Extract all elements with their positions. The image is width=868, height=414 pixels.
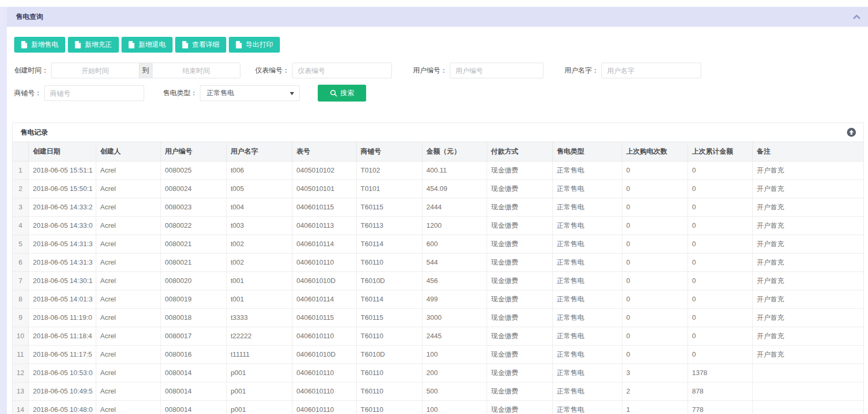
row-index: 5	[13, 235, 28, 253]
table-cell: 0080017	[160, 327, 226, 345]
table-cell: Acrel	[96, 235, 160, 253]
table-cell: 456	[422, 271, 487, 290]
end-time-input[interactable]	[152, 63, 240, 78]
table-cell: 0	[622, 290, 688, 308]
table-cell: t002	[226, 235, 292, 253]
add-correction-button[interactable]: 新增充正	[68, 37, 119, 53]
table-cell: 0406010110	[292, 382, 356, 400]
table-row[interactable]: 22018-06-05 15:50:1Acrel0080024t00504050…	[13, 179, 863, 198]
row-index: 12	[13, 363, 28, 382]
table-cell: 正常售电	[552, 235, 622, 253]
file-icon	[21, 41, 27, 48]
file-icon	[236, 41, 242, 48]
table-row[interactable]: 72018-06-05 14:30:1Acrel0080020t00104060…	[13, 271, 863, 290]
table-cell: 0080014	[160, 382, 226, 400]
table-cell: 1378	[688, 363, 752, 382]
table-cell: T60115	[356, 198, 422, 216]
table-cell: t002	[226, 253, 292, 271]
table-cell: 开户首充	[752, 327, 863, 345]
table-row[interactable]: 62018-06-05 14:31:3Acrel0080021t00204060…	[13, 253, 863, 271]
table-cell: 0080014	[160, 400, 226, 414]
table-row[interactable]: 12018-06-05 15:51:1Acrel0080025t00604050…	[13, 161, 863, 179]
search-button[interactable]: 搜索	[318, 85, 366, 102]
table-cell: 0080020	[160, 271, 226, 290]
table-cell: T60113	[356, 216, 422, 235]
table-row[interactable]: 52018-06-05 14:31:3Acrel0080021t00204060…	[13, 235, 863, 253]
table-cell: 正常售电	[552, 308, 622, 327]
table-cell: T60115	[356, 308, 422, 327]
table-cell: 0080019	[160, 290, 226, 308]
table-cell: 0405010101	[292, 179, 356, 198]
add-sale-button[interactable]: 新增售电	[14, 37, 65, 53]
table-row[interactable]: 32018-06-05 14:33:2Acrel0080023t00404060…	[13, 198, 863, 216]
table-cell: 454.09	[422, 179, 487, 198]
table-cell: 0	[688, 345, 752, 363]
user-no-label: 用户编号：	[413, 66, 447, 75]
search-icon	[330, 89, 337, 97]
shop-no-input[interactable]	[44, 85, 144, 101]
table-cell: 正常售电	[552, 382, 622, 400]
table-cell: 开户首充	[752, 345, 863, 363]
row-index: 6	[13, 253, 28, 271]
row-index: 1	[13, 161, 28, 179]
table-cell: 0	[688, 308, 752, 327]
records-panel: 售电记录 创建日期创建人用户编号用户名字表号商铺号金额（元）付款方式售电类型上次…	[12, 123, 864, 414]
table-cell: 0406010115	[292, 198, 356, 216]
table-cell: 现金缴费	[487, 345, 552, 363]
table-cell: T60110	[356, 400, 422, 414]
add-refund-button[interactable]: 新增退电	[122, 37, 173, 53]
table-cell: 499	[422, 290, 487, 308]
user-no-input[interactable]	[450, 63, 543, 78]
table-cell: 开户首充	[752, 290, 863, 308]
panel-title: 售电记录	[21, 128, 48, 137]
table-cell: 0	[688, 253, 752, 271]
table-row[interactable]: 82018-06-05 14:01:3Acrel0080019t00104060…	[13, 290, 863, 308]
table-cell: 0080016	[160, 345, 226, 363]
table-cell: Acrel	[96, 290, 160, 308]
table-cell: 0	[688, 198, 752, 216]
table-cell: 0406010114	[292, 235, 356, 253]
column-header: 上次购电次数	[622, 142, 688, 161]
table-cell: 现金缴费	[487, 308, 552, 327]
table-cell: 0	[622, 345, 688, 363]
file-icon	[128, 41, 135, 48]
table-cell: 2018-06-05 14:01:3	[28, 290, 96, 308]
table-cell: 0080024	[160, 179, 226, 198]
collapse-up-icon[interactable]	[847, 128, 856, 137]
export-print-button[interactable]: 导出打印	[229, 37, 280, 53]
start-time-input[interactable]	[51, 63, 139, 78]
view-detail-button[interactable]: 查看详细	[175, 37, 226, 53]
user-name-label: 用户名字：	[564, 66, 599, 75]
table-cell: 2018-06-05 11:18:4	[28, 327, 96, 345]
column-header: 表号	[292, 142, 356, 161]
column-header: 商铺号	[356, 142, 422, 161]
sale-type-select[interactable]: 正常售电	[200, 85, 300, 101]
column-header: 创建人	[96, 142, 160, 161]
table-cell: T0101	[356, 179, 422, 198]
column-header: 创建日期	[28, 142, 96, 161]
table-row[interactable]: 142018-06-05 10:48:0Acrel0080014p0010406…	[13, 400, 863, 414]
table-cell: Acrel	[96, 253, 160, 271]
table-cell: 2444	[422, 198, 487, 216]
table-row[interactable]: 102018-06-05 11:18:4Acrel0080017t2222204…	[13, 327, 863, 345]
user-name-input[interactable]	[601, 63, 701, 78]
table-cell: t006	[226, 161, 292, 179]
records-table: 创建日期创建人用户编号用户名字表号商铺号金额（元）付款方式售电类型上次购电次数上…	[13, 142, 863, 414]
table-cell: T60110	[356, 363, 422, 382]
table-cell: 正常售电	[552, 271, 622, 290]
table-cell: 200	[422, 363, 487, 382]
button-label: 新增售电	[31, 40, 58, 49]
column-header: 备注	[752, 142, 863, 161]
table-row[interactable]: 132018-06-05 10:49:5Acrel0080014p0010406…	[13, 382, 863, 400]
table-cell: 开户首充	[752, 179, 863, 198]
table-row[interactable]: 92018-06-05 11:19:0Acrel0080018t33330406…	[13, 308, 863, 327]
table-row[interactable]: 122018-06-05 10:53:0Acrel0080014p0010406…	[13, 363, 863, 382]
table-cell: p001	[226, 363, 292, 382]
column-header: 用户编号	[160, 142, 226, 161]
table-row[interactable]: 42018-06-05 14:33:0Acrel0080022t00304060…	[13, 216, 863, 235]
table-cell: 0406010115	[292, 308, 356, 327]
meter-no-input[interactable]	[292, 63, 392, 78]
table-cell: Acrel	[96, 400, 160, 414]
table-row[interactable]: 112018-06-05 11:17:5Acrel0080016t1111104…	[13, 345, 863, 363]
chevron-up-icon[interactable]	[853, 15, 861, 19]
